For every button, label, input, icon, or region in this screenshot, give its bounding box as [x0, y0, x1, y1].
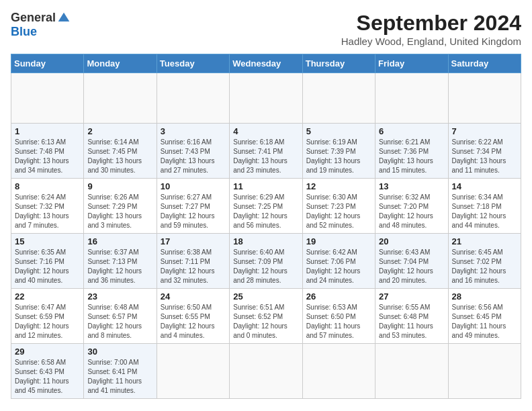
calendar-cell: 11Sunrise: 6:29 AMSunset: 7:25 PMDayligh… — [230, 179, 302, 234]
day-number: 8 — [15, 181, 80, 191]
day-number: 20 — [379, 236, 444, 246]
day-number: 6 — [379, 126, 444, 136]
calendar-cell — [448, 73, 521, 124]
day-number: 15 — [15, 236, 80, 246]
page-header: General Blue September 2024 Hadley Wood,… — [11, 11, 521, 47]
col-header-saturday: Saturday — [448, 54, 521, 73]
col-header-monday: Monday — [84, 54, 157, 73]
day-info: Sunrise: 6:27 AMSunset: 7:27 PMDaylight:… — [161, 193, 226, 230]
calendar-cell — [230, 73, 302, 124]
day-number: 4 — [233, 126, 298, 136]
calendar-week-4: 22Sunrise: 6:47 AMSunset: 6:59 PMDayligh… — [11, 289, 521, 344]
day-info: Sunrise: 6:16 AMSunset: 7:43 PMDaylight:… — [161, 138, 226, 175]
col-header-tuesday: Tuesday — [157, 54, 229, 73]
calendar-cell — [375, 73, 448, 124]
day-number: 7 — [452, 126, 517, 136]
day-info: Sunrise: 6:19 AMSunset: 7:39 PMDaylight:… — [306, 138, 371, 175]
calendar-cell — [230, 344, 302, 399]
calendar-cell: 20Sunrise: 6:43 AMSunset: 7:04 PMDayligh… — [375, 234, 448, 289]
calendar-cell: 19Sunrise: 6:42 AMSunset: 7:06 PMDayligh… — [302, 234, 375, 289]
calendar-cell — [11, 73, 84, 124]
day-number: 18 — [233, 236, 298, 246]
calendar-week-0 — [11, 73, 521, 124]
calendar-cell: 3Sunrise: 6:16 AMSunset: 7:43 PMDaylight… — [157, 124, 229, 179]
day-info: Sunrise: 6:51 AMSunset: 6:52 PMDaylight:… — [233, 303, 298, 340]
calendar-cell: 28Sunrise: 6:56 AMSunset: 6:45 PMDayligh… — [448, 289, 521, 344]
day-info: Sunrise: 6:13 AMSunset: 7:48 PMDaylight:… — [15, 138, 80, 175]
col-header-thursday: Thursday — [302, 54, 375, 73]
logo-icon — [57, 11, 71, 25]
calendar-cell: 5Sunrise: 6:19 AMSunset: 7:39 PMDaylight… — [302, 124, 375, 179]
calendar-cell: 8Sunrise: 6:24 AMSunset: 7:32 PMDaylight… — [11, 179, 84, 234]
calendar-cell: 27Sunrise: 6:55 AMSunset: 6:48 PMDayligh… — [375, 289, 448, 344]
day-info: Sunrise: 6:26 AMSunset: 7:29 PMDaylight:… — [87, 193, 152, 230]
calendar-cell: 21Sunrise: 6:45 AMSunset: 7:02 PMDayligh… — [448, 234, 521, 289]
col-header-wednesday: Wednesday — [230, 54, 302, 73]
calendar-cell: 14Sunrise: 6:34 AMSunset: 7:18 PMDayligh… — [448, 179, 521, 234]
day-number: 9 — [87, 181, 152, 191]
svg-marker-0 — [58, 12, 70, 21]
day-info: Sunrise: 6:40 AMSunset: 7:09 PMDaylight:… — [233, 248, 298, 285]
day-info: Sunrise: 6:47 AMSunset: 6:59 PMDaylight:… — [15, 303, 80, 340]
day-number: 30 — [87, 347, 152, 357]
day-info: Sunrise: 6:32 AMSunset: 7:20 PMDaylight:… — [379, 193, 444, 230]
calendar-cell — [448, 344, 521, 399]
day-number: 21 — [452, 236, 517, 246]
calendar-cell — [84, 73, 157, 124]
calendar-cell: 9Sunrise: 6:26 AMSunset: 7:29 PMDaylight… — [84, 179, 157, 234]
day-number: 5 — [306, 126, 371, 136]
day-info: Sunrise: 6:34 AMSunset: 7:18 PMDaylight:… — [452, 193, 517, 230]
day-info: Sunrise: 6:24 AMSunset: 7:32 PMDaylight:… — [15, 193, 80, 230]
day-number: 13 — [379, 181, 444, 191]
day-info: Sunrise: 6:35 AMSunset: 7:16 PMDaylight:… — [15, 248, 80, 285]
calendar-cell: 6Sunrise: 6:21 AMSunset: 7:36 PMDaylight… — [375, 124, 448, 179]
calendar-cell: 7Sunrise: 6:22 AMSunset: 7:34 PMDaylight… — [448, 124, 521, 179]
calendar-cell: 22Sunrise: 6:47 AMSunset: 6:59 PMDayligh… — [11, 289, 84, 344]
day-info: Sunrise: 7:00 AMSunset: 6:41 PMDaylight:… — [87, 358, 152, 396]
day-number: 17 — [161, 236, 226, 246]
day-number: 29 — [15, 347, 80, 357]
calendar-cell — [157, 344, 229, 399]
day-info: Sunrise: 6:18 AMSunset: 7:41 PMDaylight:… — [233, 138, 298, 175]
calendar-header-row: SundayMondayTuesdayWednesdayThursdayFrid… — [11, 54, 521, 73]
calendar-cell: 18Sunrise: 6:40 AMSunset: 7:09 PMDayligh… — [230, 234, 302, 289]
day-number: 27 — [379, 291, 444, 302]
calendar-cell: 17Sunrise: 6:38 AMSunset: 7:11 PMDayligh… — [157, 234, 229, 289]
day-info: Sunrise: 6:37 AMSunset: 7:13 PMDaylight:… — [87, 248, 152, 285]
calendar-table: SundayMondayTuesdayWednesdayThursdayFrid… — [11, 54, 521, 399]
calendar-cell: 1Sunrise: 6:13 AMSunset: 7:48 PMDaylight… — [11, 124, 84, 179]
calendar-cell — [302, 344, 375, 399]
day-number: 26 — [306, 291, 371, 302]
day-info: Sunrise: 6:14 AMSunset: 7:45 PMDaylight:… — [87, 138, 152, 175]
title-area: September 2024 Hadley Wood, England, Uni… — [341, 11, 521, 47]
day-number: 28 — [452, 291, 517, 302]
calendar-cell: 23Sunrise: 6:48 AMSunset: 6:57 PMDayligh… — [84, 289, 157, 344]
day-number: 3 — [161, 126, 226, 136]
location-subtitle: Hadley Wood, England, United Kingdom — [341, 36, 521, 47]
day-number: 14 — [452, 181, 517, 191]
day-info: Sunrise: 6:30 AMSunset: 7:23 PMDaylight:… — [306, 193, 371, 230]
day-info: Sunrise: 6:42 AMSunset: 7:06 PMDaylight:… — [306, 248, 371, 285]
calendar-cell: 15Sunrise: 6:35 AMSunset: 7:16 PMDayligh… — [11, 234, 84, 289]
calendar-week-1: 1Sunrise: 6:13 AMSunset: 7:48 PMDaylight… — [11, 124, 521, 179]
calendar-cell — [157, 73, 229, 124]
day-info: Sunrise: 6:43 AMSunset: 7:04 PMDaylight:… — [379, 248, 444, 285]
month-title: September 2024 — [341, 11, 521, 36]
calendar-week-2: 8Sunrise: 6:24 AMSunset: 7:32 PMDaylight… — [11, 179, 521, 234]
day-info: Sunrise: 6:58 AMSunset: 6:43 PMDaylight:… — [15, 358, 80, 396]
calendar-cell: 10Sunrise: 6:27 AMSunset: 7:27 PMDayligh… — [157, 179, 229, 234]
calendar-cell: 13Sunrise: 6:32 AMSunset: 7:20 PMDayligh… — [375, 179, 448, 234]
calendar-cell — [375, 344, 448, 399]
logo-general-text: General — [11, 11, 56, 25]
day-info: Sunrise: 6:53 AMSunset: 6:50 PMDaylight:… — [306, 303, 371, 340]
calendar-cell: 24Sunrise: 6:50 AMSunset: 6:55 PMDayligh… — [157, 289, 229, 344]
day-number: 10 — [161, 181, 226, 191]
day-info: Sunrise: 6:45 AMSunset: 7:02 PMDaylight:… — [452, 248, 517, 285]
calendar-cell: 29Sunrise: 6:58 AMSunset: 6:43 PMDayligh… — [11, 344, 84, 399]
day-info: Sunrise: 6:21 AMSunset: 7:36 PMDaylight:… — [379, 138, 444, 175]
col-header-sunday: Sunday — [11, 54, 84, 73]
day-info: Sunrise: 6:56 AMSunset: 6:45 PMDaylight:… — [452, 303, 517, 340]
day-info: Sunrise: 6:48 AMSunset: 6:57 PMDaylight:… — [87, 303, 152, 340]
day-number: 23 — [87, 291, 152, 302]
day-info: Sunrise: 6:22 AMSunset: 7:34 PMDaylight:… — [452, 138, 517, 175]
